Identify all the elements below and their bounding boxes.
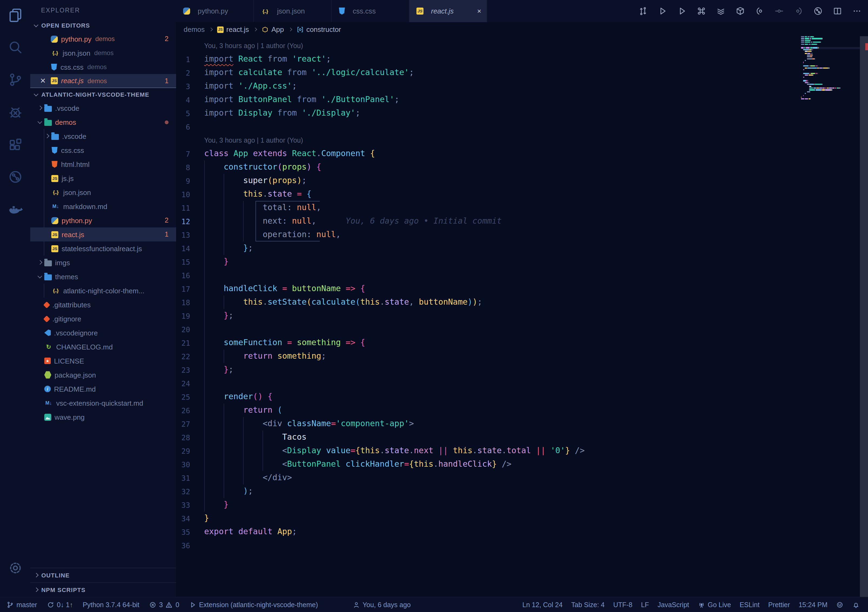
panel-npm-scripts[interactable]: NPM SCRIPTS xyxy=(30,582,176,597)
tree-item-.vscodeignore[interactable]: .vscodeignore xyxy=(30,326,176,340)
tree-item-README.md[interactable]: i README.md xyxy=(30,382,176,396)
status-sync-changes[interactable]: 0↓ 1↑ xyxy=(47,601,73,609)
fold-mid-button[interactable] xyxy=(775,6,784,15)
breadcrumb-App[interactable]: App xyxy=(262,25,284,34)
status-tab-size[interactable]: Tab Size: 4 xyxy=(571,601,604,609)
code-line-36[interactable]: 36 xyxy=(176,539,816,552)
minimap[interactable] xyxy=(801,36,845,102)
codelens-row[interactable]: You, 3 hours ago | 1 author (You) xyxy=(176,39,816,53)
code-line-23[interactable]: 23 }; xyxy=(176,363,816,376)
package-button[interactable] xyxy=(736,6,745,15)
code-line-34[interactable]: 34 } xyxy=(176,511,816,525)
split-editor-button[interactable] xyxy=(833,6,842,15)
tree-item-.gitattributes[interactable]: .gitattributes xyxy=(30,297,176,312)
status-git-branch[interactable]: master xyxy=(6,601,37,609)
status-python-version[interactable]: Python 3.7.4 64-bit xyxy=(83,601,140,609)
tree-item-CHANGELOG.md[interactable]: ↻ CHANGELOG.md xyxy=(30,340,176,354)
code-line-1[interactable]: 1 import React from 'react'; xyxy=(176,53,816,66)
code-line-4[interactable]: 4 import ButtonPanel from './ButtonPanel… xyxy=(176,93,816,107)
fold-right-button[interactable] xyxy=(794,6,803,15)
code-line-31[interactable]: 31 </div> xyxy=(176,471,816,485)
tab-react.js[interactable]: JSreact.js × xyxy=(409,0,487,22)
status-notifications[interactable] xyxy=(852,601,859,609)
tree-item-.gitignore[interactable]: .gitignore xyxy=(30,312,176,326)
close-icon[interactable]: × xyxy=(477,7,481,15)
tree-item-package.json[interactable]: package.json xyxy=(30,368,176,382)
scrollbar[interactable] xyxy=(860,36,868,597)
gitlens-button[interactable] xyxy=(814,6,823,15)
tree-item-css.css[interactable]: css.css xyxy=(30,143,176,157)
breadcrumb-react.js[interactable]: JSreact.js xyxy=(217,25,249,34)
open-editor-json.json[interactable]: {..} json.json demos xyxy=(30,46,176,60)
more-actions-button[interactable] xyxy=(852,6,862,15)
tree-item-json.json[interactable]: {..} json.json xyxy=(30,185,176,199)
code-line-14[interactable]: 14 }; xyxy=(176,242,816,255)
code-line-7[interactable]: 7 class App extends React.Component { xyxy=(176,147,816,160)
open-editors-header[interactable]: OPEN EDITORS xyxy=(30,19,176,32)
code-line-2[interactable]: 2 import calculate from '../logic/calcul… xyxy=(176,66,816,79)
status-problems[interactable]: 30 xyxy=(149,601,179,609)
tree-item-demos[interactable]: demos xyxy=(30,115,176,129)
status-encoding[interactable]: UTF-8 xyxy=(613,601,632,609)
code-line-16[interactable]: 16 xyxy=(176,268,816,282)
status-cursor-position[interactable]: Ln 12, Col 24 xyxy=(522,601,563,609)
code-line-17[interactable]: 17 handleClick = buttonName => { xyxy=(176,282,816,296)
code-line-25[interactable]: 25 render() { xyxy=(176,390,816,403)
tree-item-statelessfunctionalreact.js[interactable]: JS statelessfunctionalreact.js xyxy=(30,242,176,256)
code-line-30[interactable]: 30 <ButtonPanel clickHandler={this.handl… xyxy=(176,457,816,471)
code-line-24[interactable]: 24 xyxy=(176,376,816,390)
activity-source-control[interactable] xyxy=(8,72,23,87)
tab-json.json[interactable]: {..}json.json xyxy=(254,0,332,22)
code-line-21[interactable]: 21 someFunction = something => { xyxy=(176,336,816,350)
code-line-29[interactable]: 29 <Display value={this.state.next || th… xyxy=(176,444,816,457)
code-line-11[interactable]: 11 total: null, xyxy=(176,201,816,214)
tree-item-js.js[interactable]: JS js.js xyxy=(30,171,176,185)
layers-button[interactable] xyxy=(716,6,725,15)
workspace-header[interactable]: ATLANTIC-NIGHT-VSCODE-THEME xyxy=(30,88,176,101)
code-line-33[interactable]: 33 } xyxy=(176,498,816,511)
breadcrumb-constructor[interactable]: constructor xyxy=(296,25,341,34)
tree-item-imgs[interactable]: imgs xyxy=(30,256,176,270)
code-line-20[interactable]: 20 xyxy=(176,322,816,336)
code-line-18[interactable]: 18 this.setState(calculate(this.state, b… xyxy=(176,296,816,309)
status-language-mode[interactable]: JavaScript xyxy=(658,601,689,609)
activity-extensions[interactable] xyxy=(8,137,23,152)
tree-item-atlantic-night-color-them...[interactable]: {..} atlantic-night-color-them... xyxy=(30,284,176,297)
code-line-5[interactable]: 5 import Display from './Display'; xyxy=(176,107,816,120)
open-editor-css.css[interactable]: css.css demos xyxy=(30,60,176,74)
close-icon[interactable]: ✕ xyxy=(40,77,51,85)
code-line-35[interactable]: 35 export default App; xyxy=(176,525,816,539)
activity-settings[interactable] xyxy=(8,561,22,578)
tree-item-LICENSE[interactable]: ★ LICENSE xyxy=(30,354,176,368)
tree-item-.vscode[interactable]: .vscode xyxy=(30,101,176,115)
code-line-27[interactable]: 27 <div className='component-app'> xyxy=(176,417,816,431)
code-line-22[interactable]: 22 return something; xyxy=(176,350,816,363)
fold-left-button[interactable] xyxy=(755,6,764,15)
activity-docker[interactable] xyxy=(8,201,23,217)
status-eslint[interactable]: ESLint xyxy=(740,601,760,609)
tree-item-markdown.md[interactable]: M↓ markdown.md xyxy=(30,199,176,213)
code-line-6[interactable]: 6 xyxy=(176,120,816,133)
code-line-28[interactable]: 28 Tacos xyxy=(176,431,816,444)
command-button[interactable] xyxy=(697,6,706,15)
tree-item-html.html[interactable]: html.html xyxy=(30,157,176,171)
code-line-26[interactable]: 26 return ( xyxy=(176,403,816,417)
code-line-13[interactable]: 13 operation: null, xyxy=(176,228,816,242)
open-changes-button[interactable] xyxy=(639,6,648,15)
breadcrumb-demos[interactable]: demos xyxy=(184,25,205,34)
code-editor[interactable]: You, 3 hours ago | 1 author (You) 1 impo… xyxy=(176,39,816,552)
tree-item-.vscode[interactable]: .vscode xyxy=(30,129,176,143)
codelens-row[interactable]: You, 3 hours ago | 1 author (You) xyxy=(176,133,816,147)
run-code-button[interactable] xyxy=(677,6,687,15)
code-line-19[interactable]: 19 }; xyxy=(176,309,816,322)
code-line-9[interactable]: 9 super(props); xyxy=(176,174,816,187)
run-button[interactable] xyxy=(658,6,667,15)
tab-css.css[interactable]: css.css xyxy=(332,0,409,22)
tab-python.py[interactable]: python.py xyxy=(176,0,254,22)
activity-debug[interactable] xyxy=(8,104,23,119)
code-line-32[interactable]: 32 ); xyxy=(176,485,816,498)
activity-search[interactable] xyxy=(8,39,23,54)
status-prettier[interactable]: Prettier xyxy=(768,601,790,609)
code-line-15[interactable]: 15 } xyxy=(176,255,816,268)
tree-item-python.py[interactable]: python.py 2 xyxy=(30,213,176,228)
